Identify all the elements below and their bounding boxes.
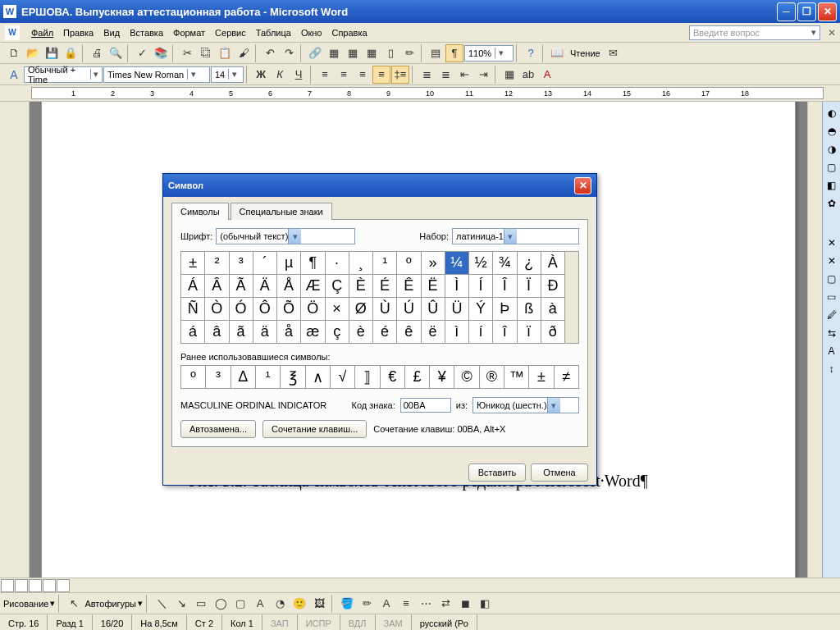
style-combo[interactable]: Обычный + Time▾ — [24, 66, 103, 83]
drawing-label[interactable]: Рисование — [3, 599, 48, 609]
recent-char-cell[interactable]: ± — [529, 366, 554, 389]
recent-char-cell[interactable]: £ — [405, 366, 430, 389]
ask-a-question[interactable]: Введите вопрос▾ — [689, 25, 820, 40]
shortcut-button[interactable]: Сочетание клавиш... — [262, 420, 367, 438]
char-cell[interactable]: ± — [181, 252, 205, 275]
tables-borders-icon[interactable]: ▦ — [325, 44, 343, 62]
menu-file[interactable]: Файл — [26, 26, 58, 39]
autocorrect-button[interactable]: Автозамена... — [180, 420, 256, 438]
diagram-icon[interactable]: ◔ — [271, 595, 289, 613]
font-combo-dialog[interactable]: (обычный текст)▾ — [216, 228, 355, 244]
char-cell[interactable]: â — [205, 321, 229, 344]
align-right-icon[interactable]: ≡ — [354, 66, 372, 84]
status-ext[interactable]: ВДЛ — [340, 614, 376, 630]
recent-char-cell[interactable]: ≠ — [555, 366, 579, 389]
char-cell[interactable]: ä — [253, 321, 277, 344]
underline-icon[interactable]: Ч — [290, 66, 308, 84]
zoom-combo[interactable]: 110%▾ — [464, 45, 514, 62]
columns-icon[interactable]: ▯ — [381, 44, 399, 62]
select-objects-icon[interactable]: ↖ — [65, 595, 83, 613]
char-cell[interactable]: É — [373, 275, 397, 298]
spell-icon[interactable]: ✓ — [133, 44, 151, 62]
menu-tools[interactable]: Сервис — [210, 26, 251, 39]
char-cell[interactable]: ì — [445, 321, 469, 344]
char-cell[interactable]: í — [469, 321, 493, 344]
char-cell[interactable]: Ð — [541, 275, 565, 298]
bullets-icon[interactable]: ≣ — [436, 66, 454, 84]
panel-icon[interactable]: A — [825, 345, 838, 358]
rectangle-icon[interactable]: ▭ — [192, 595, 210, 613]
char-cell[interactable]: å — [277, 321, 301, 344]
char-cell[interactable]: ½ — [469, 252, 493, 275]
paste-icon[interactable]: 📋 — [216, 44, 234, 62]
size-combo[interactable]: 14▾ — [211, 66, 244, 83]
panel-icon[interactable]: ✕ — [825, 236, 838, 249]
insert-button[interactable]: Вставить — [468, 463, 526, 482]
arrow-icon[interactable]: ↘ — [172, 595, 190, 613]
oval-icon[interactable]: ◯ — [212, 595, 230, 613]
char-cell[interactable]: î — [493, 321, 517, 344]
char-cell[interactable]: ¾ — [493, 252, 517, 275]
maximize-button[interactable]: ❐ — [797, 2, 816, 21]
char-cell[interactable]: Ú — [397, 298, 421, 321]
panel-icon[interactable]: ◧ — [825, 179, 838, 192]
char-cell[interactable]: × — [326, 298, 349, 321]
3d-icon[interactable]: ◧ — [476, 595, 494, 613]
recent-char-cell[interactable]: ℥ — [281, 366, 305, 389]
char-cell[interactable]: Ü — [445, 298, 469, 321]
char-cell[interactable]: Õ — [277, 298, 301, 321]
menu-format[interactable]: Формат — [168, 26, 210, 39]
docmap-icon[interactable]: ▤ — [427, 44, 445, 62]
char-cell[interactable]: ß — [518, 298, 541, 321]
panel-icon[interactable]: 🖉 — [825, 308, 838, 322]
open-icon[interactable]: 📂 — [24, 44, 42, 62]
char-cell[interactable]: Ö — [301, 298, 325, 321]
char-cell[interactable]: é — [373, 321, 397, 344]
increase-indent-icon[interactable]: ⇥ — [474, 66, 492, 84]
panel-icon[interactable]: ◑ — [825, 143, 838, 156]
char-cell[interactable]: Æ — [301, 275, 325, 298]
highlight-icon[interactable]: ab — [519, 66, 537, 84]
char-cell[interactable]: Þ — [493, 298, 517, 321]
textbox-icon[interactable]: ▢ — [231, 595, 249, 613]
char-cell[interactable]: Ì — [445, 275, 469, 298]
read-icon[interactable]: 📖 — [548, 44, 566, 62]
recent-char-cell[interactable]: ™ — [504, 366, 529, 389]
font-combo[interactable]: Times New Roman▾ — [103, 66, 210, 83]
char-cell[interactable]: ¸ — [349, 252, 373, 275]
drawing-icon[interactable]: ✏ — [400, 44, 418, 62]
clipart-icon[interactable]: 🙂 — [290, 595, 308, 613]
panel-icon[interactable]: ▭ — [825, 290, 838, 304]
redo-icon[interactable]: ↷ — [280, 44, 298, 62]
panel-icon[interactable]: ▢ — [825, 161, 838, 174]
panel-icon[interactable]: ✿ — [825, 197, 838, 210]
normal-view-button[interactable] — [1, 579, 14, 592]
recent-char-cell[interactable]: √ — [331, 366, 355, 389]
char-cell[interactable]: Ë — [422, 275, 445, 298]
research-icon[interactable]: 📚 — [152, 44, 170, 62]
char-cell[interactable]: » — [422, 252, 445, 275]
char-cell[interactable]: ï — [518, 321, 541, 344]
save-icon[interactable]: 💾 — [43, 44, 61, 62]
char-cell[interactable]: Ã — [230, 275, 253, 298]
char-cell[interactable]: ¼ — [445, 252, 469, 275]
char-cell[interactable]: Á — [181, 275, 205, 298]
char-cell[interactable]: ² — [205, 252, 229, 275]
vertical-scrollbar[interactable] — [807, 102, 822, 578]
recent-char-cell[interactable]: ® — [480, 366, 504, 389]
char-cell[interactable]: Ñ — [181, 298, 205, 321]
wordart-icon[interactable]: A — [251, 595, 269, 613]
char-cell[interactable]: ð — [541, 321, 565, 344]
outline-view-button[interactable] — [43, 579, 56, 592]
char-cell[interactable]: Ý — [469, 298, 493, 321]
char-cell[interactable]: Å — [277, 275, 301, 298]
decrease-indent-icon[interactable]: ⇤ — [455, 66, 473, 84]
menu-help[interactable]: Справка — [326, 26, 372, 39]
char-cell[interactable]: ê — [397, 321, 421, 344]
reading-view-button[interactable] — [57, 579, 70, 592]
char-cell[interactable]: æ — [301, 321, 325, 344]
border-icon[interactable]: ▦ — [500, 66, 518, 84]
char-cell[interactable]: Ò — [205, 298, 229, 321]
status-ovr[interactable]: ЗАМ — [376, 614, 412, 630]
char-cell[interactable]: ¿ — [518, 252, 541, 275]
